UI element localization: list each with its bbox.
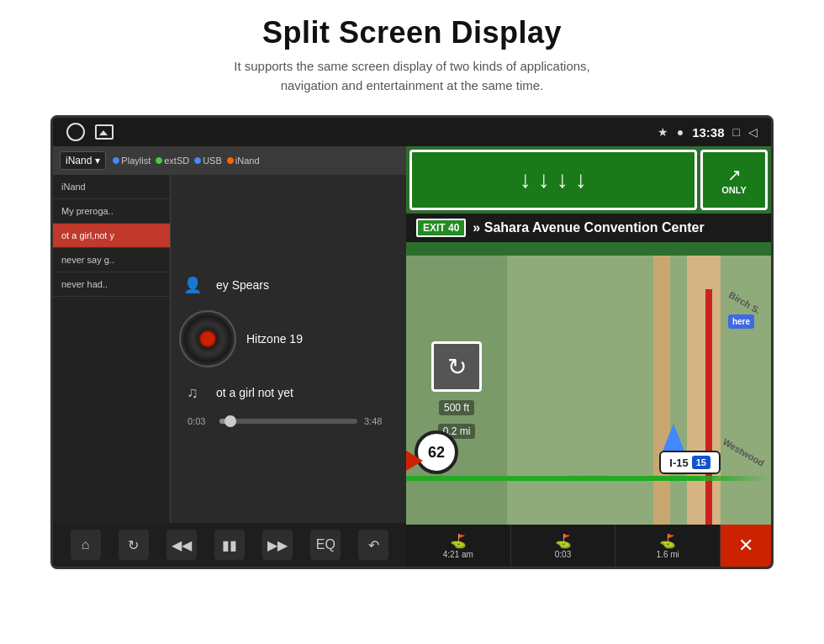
image-icon — [95, 124, 114, 140]
road-line-secondary — [653, 256, 670, 525]
source-options: Playlist extSD USB iNand — [113, 156, 259, 166]
track-artist-row: 👤 ey Spears — [179, 272, 398, 298]
playlist-item-inand[interactable]: iNand — [53, 175, 170, 199]
playlist-area: iNand My preroga.. ot a girl,not y never… — [53, 175, 406, 523]
progress-thumb[interactable] — [224, 415, 236, 427]
status-bar: ★ ● 13:38 □ ◁ — [53, 118, 771, 146]
arrow-down-1: ↓ — [520, 166, 531, 193]
page-title: Split Screen Display — [17, 15, 807, 50]
eta-flag-icon: ⛳ — [450, 533, 467, 549]
track-album: Hitzone 19 — [246, 332, 303, 346]
source-option-extsd[interactable]: extSD — [156, 156, 189, 166]
interstate-shield: 15 — [692, 456, 710, 469]
player-main: 👤 ey Spears Hitzone 19 ♫ ot a girl not y… — [171, 175, 406, 523]
playlist-item-girl[interactable]: ot a girl,not y — [53, 224, 170, 248]
pause-button[interactable]: ▮▮ — [214, 530, 245, 560]
playlist-sidebar: iNand My preroga.. ot a girl,not y never… — [53, 175, 171, 523]
device-frame: ★ ● 13:38 □ ◁ iNand ▾ Playlist — [50, 115, 774, 569]
progress-area: 0:03 3:48 — [179, 416, 398, 426]
source-bar: iNand ▾ Playlist extSD USB — [53, 146, 406, 175]
person-icon: 👤 — [179, 272, 206, 298]
nav-bottom-bar: ⛳ 4:21 am ⛳ 0:03 ⛳ 1.6 mi ✕ — [406, 525, 771, 567]
sign-row: ↓ ↓ ↓ ↓ ↗ ONLY — [406, 146, 771, 214]
highway-signs: ↓ ↓ ↓ ↓ ↗ ONLY EXIT 40 » Sahara Avenue C… — [406, 146, 771, 256]
turn-arrow-box: ↻ 500 ft 0.2 mi — [406, 256, 507, 525]
location-icon: ● — [677, 125, 684, 139]
radio-dot-usb — [194, 157, 201, 164]
map-area: ↻ 500 ft 0.2 mi here Birch S. Westwood 6… — [406, 256, 771, 525]
next-button[interactable]: ▶▶ — [262, 530, 293, 560]
radio-dot-inand — [227, 157, 234, 164]
back-button[interactable]: ↶ — [358, 530, 388, 560]
eq-button[interactable]: EQ — [310, 530, 341, 560]
status-left — [66, 123, 114, 141]
radio-dot-extsd — [156, 157, 162, 164]
vinyl-center — [199, 330, 216, 347]
birch-road-label: Birch S. — [727, 289, 763, 315]
dist-flag-icon: ⛳ — [659, 533, 676, 549]
home-icon — [66, 123, 85, 141]
nav-bottom-eta: ⛳ 4:21 am — [406, 525, 511, 567]
distance-label: 500 ft — [439, 400, 474, 415]
source-option-inand[interactable]: iNand — [227, 156, 260, 166]
exit-destination: » Sahara Avenue Convention Center — [473, 220, 704, 235]
nav-bottom-time: ⛳ 0:03 — [511, 525, 616, 567]
here-logo: here — [728, 314, 754, 329]
nav-close-button[interactable]: ✕ — [721, 525, 771, 567]
main-content: iNand ▾ Playlist extSD USB — [53, 146, 771, 567]
nav-bottom-distance: ⛳ 1.6 mi — [615, 525, 721, 567]
chevron-down-icon: ▾ — [95, 155, 100, 166]
track-title-row: ♫ ot a girl not yet — [179, 379, 398, 406]
time-flag-icon: ⛳ — [555, 533, 572, 549]
source-dropdown[interactable]: iNand ▾ — [60, 151, 106, 170]
playlist-item-prerogative[interactable]: My preroga.. — [53, 199, 170, 224]
vinyl-disk — [179, 310, 236, 367]
time-total: 3:48 — [364, 416, 389, 426]
red-arrow-indicator — [406, 451, 423, 471]
source-option-playlist[interactable]: Playlist — [113, 156, 151, 166]
track-artist: ey Spears — [216, 278, 269, 292]
arrow-down-3: ↓ — [557, 166, 568, 193]
music-note-icon: ♫ — [179, 379, 206, 406]
only-arrow-icon: ↗ — [727, 165, 742, 185]
playlist-item-never-say[interactable]: never say g.. — [53, 248, 170, 272]
arrow-down-4: ↓ — [575, 166, 587, 193]
home-button[interactable]: ⌂ — [71, 530, 101, 560]
arrow-down-2: ↓ — [538, 166, 550, 193]
page-subtitle: It supports the same screen display of t… — [17, 57, 807, 95]
nav-panel: ↓ ↓ ↓ ↓ ↗ ONLY EXIT 40 » Sahara Avenue C… — [406, 146, 771, 567]
bluetooth-icon: ★ — [658, 125, 668, 139]
window-icon: □ — [733, 125, 740, 139]
page-header: Split Screen Display It supports the sam… — [0, 0, 824, 103]
track-album-row: Hitzone 19 — [179, 310, 398, 367]
road-main — [687, 256, 721, 525]
route-arrow-bottom — [406, 476, 771, 481]
green-sign-left: ↓ ↓ ↓ ↓ — [409, 150, 697, 210]
radio-dot-playlist — [113, 157, 119, 164]
playlist-item-never-had[interactable]: never had.. — [53, 272, 170, 297]
turn-icon: ↻ — [431, 341, 482, 392]
exit-badge: EXIT 40 — [416, 219, 466, 237]
highway-badge: I-15 15 — [659, 451, 721, 474]
music-panel: iNand ▾ Playlist extSD USB — [53, 146, 406, 567]
route-line — [705, 289, 712, 525]
time-current: 0:03 — [188, 416, 213, 426]
progress-track[interactable] — [219, 419, 357, 424]
track-title: ot a girl not yet — [216, 386, 293, 399]
status-right: ★ ● 13:38 □ ◁ — [658, 125, 758, 140]
only-text: ONLY — [721, 185, 747, 195]
exit-banner: EXIT 40 » Sahara Avenue Convention Cente… — [406, 214, 771, 242]
status-time: 13:38 — [692, 125, 724, 140]
only-sign: ↗ ONLY — [700, 150, 768, 210]
back-icon: ◁ — [748, 125, 758, 139]
source-option-usb[interactable]: USB — [194, 156, 222, 166]
repeat-button[interactable]: ↻ — [119, 530, 149, 560]
prev-button[interactable]: ◀◀ — [166, 530, 197, 560]
westwood-road-label: Westwood — [721, 436, 766, 468]
controls-bar: ⌂ ↻ ◀◀ ▮▮ ▶▶ EQ ↶ — [53, 523, 406, 567]
track-info: 👤 ey Spears Hitzone 19 ♫ ot a girl not y… — [179, 272, 398, 406]
